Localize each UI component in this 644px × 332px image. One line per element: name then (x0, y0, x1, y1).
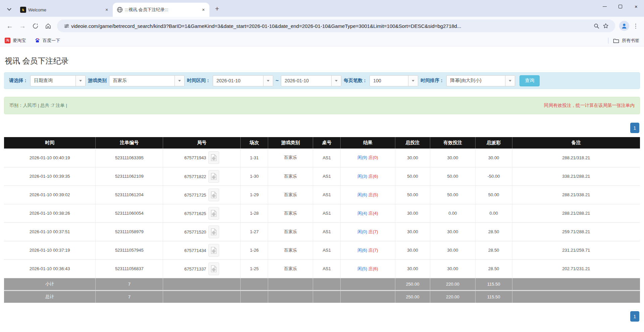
cell-bet-id: 523111057945 (96, 241, 163, 259)
tab-close-icon[interactable]: × (200, 6, 207, 13)
reload-button[interactable] (29, 19, 42, 32)
video-replay-button[interactable] (208, 189, 219, 201)
bookmarks-divider (608, 38, 608, 44)
footer-total-bet: 250.00 (395, 278, 430, 290)
new-tab-button[interactable]: + (212, 4, 222, 14)
cell-total-bet[interactable]: 30.00 (395, 204, 430, 222)
url-text[interactable]: videoie.com/game/betrecord_search/kind3?… (71, 23, 592, 29)
footer-round (163, 278, 241, 290)
cell-payout: 28.50 (475, 259, 512, 278)
profile-avatar[interactable] (619, 21, 629, 31)
cell-round: 675771625 (163, 204, 241, 222)
cell-valid-bet: 50.00 (430, 167, 476, 185)
pagination-top: 1 (5, 123, 639, 133)
zoom-icon[interactable] (592, 21, 601, 31)
site-settings-icon[interactable] (62, 21, 71, 31)
tab-title: :::视讯 会员下注纪录::: (125, 7, 198, 13)
footer-table (313, 278, 340, 290)
bookmark-star-icon[interactable] (601, 21, 610, 31)
cell-result: 闲(4) 庄(4) (340, 204, 395, 222)
browser-menu-button[interactable]: ⋮ (631, 23, 641, 30)
cell-total-bet[interactable]: 30.00 (395, 259, 430, 278)
dropdown-arrow-icon[interactable] (408, 76, 418, 86)
tab-welcome[interactable]: ♞ Welcome × (16, 3, 113, 17)
home-button[interactable] (42, 19, 54, 32)
per-page-select[interactable]: 100 (369, 75, 418, 86)
cell-total-bet[interactable]: 50.00 (395, 185, 430, 204)
footer-game (268, 278, 313, 290)
video-replay-button[interactable] (208, 225, 219, 238)
date-start-select[interactable]: 2026-01-10 (213, 75, 273, 86)
query-button[interactable]: 查询 (519, 75, 540, 86)
dropdown-arrow-icon[interactable] (331, 76, 341, 86)
cell-valid-bet: 30.00 (430, 149, 476, 167)
close-window-button[interactable]: × (628, 0, 644, 13)
cell-result: 闲(6) 庄(5) (340, 185, 395, 204)
cell-payout: 30.00 (475, 149, 512, 167)
bookmark-baidu[interactable]: 百度一下 (35, 38, 60, 44)
dropdown-arrow-icon[interactable] (76, 76, 85, 86)
result-player: 闲(6) (357, 192, 367, 197)
per-page-label: 每页笔数： (344, 78, 367, 84)
cell-session: 1-31 (241, 149, 268, 167)
reload-icon (32, 23, 39, 29)
dropdown-arrow-icon[interactable] (505, 76, 515, 86)
cell-session: 1-30 (241, 167, 268, 185)
subtotal-row: 小计7250.00220.00115.50 (4, 278, 640, 290)
cell-total-bet[interactable]: 30.00 (395, 222, 430, 241)
tab-close-icon[interactable]: × (103, 6, 110, 13)
column-header: 时间 (4, 137, 96, 149)
cell-note: 202.71/231.21 (512, 259, 640, 278)
dropdown-arrow-icon[interactable] (263, 76, 273, 86)
back-button[interactable]: ← (3, 19, 16, 32)
result-banker: 庄(7) (368, 229, 378, 234)
tab-bet-record[interactable]: :::视讯 会员下注纪录::: × (113, 3, 209, 17)
date-start-value: 2026-01-10 (213, 76, 263, 86)
footer-result (340, 290, 395, 303)
page-content: 视讯 会员下注纪录 请选择： 日期查询 游戏类别 百家乐 时间区间： 2026-… (0, 56, 644, 322)
round-number: 675771337 (184, 266, 206, 271)
video-replay-button[interactable] (208, 244, 219, 257)
cell-note: 231.21/259.71 (512, 241, 640, 259)
video-replay-button[interactable] (208, 170, 219, 183)
bookmarks-bar: 淘 爱淘宝 百度一下 所有书签 (0, 35, 644, 46)
column-header: 场次 (241, 137, 268, 149)
cell-table-no: AS1 (313, 149, 340, 167)
cell-valid-bet: 50.00 (430, 185, 476, 204)
video-replay-button[interactable] (208, 262, 219, 275)
cell-valid-bet: 30.00 (430, 259, 476, 278)
tab-search-button[interactable] (4, 4, 14, 14)
game-kind-select[interactable]: 百家乐 (109, 75, 185, 86)
bookmark-taobao[interactable]: 淘 爱淘宝 (5, 38, 26, 44)
page-1-button[interactable]: 1 (630, 123, 639, 133)
minimize-button[interactable] (597, 0, 612, 13)
result-banker: 庄(6) (368, 174, 378, 179)
cell-total-bet[interactable]: 30.00 (395, 241, 430, 259)
cell-table-no: AS1 (313, 259, 340, 278)
date-end-select[interactable]: 2026-01-10 (281, 75, 341, 86)
window-controls: × (597, 0, 644, 13)
cell-game-kind: 百家乐 (268, 167, 313, 185)
address-bar[interactable]: videoie.com/game/betrecord_search/kind3?… (57, 19, 615, 32)
cell-result: 闲(6) 庄(7) (340, 241, 395, 259)
table-header-row: 时间注单编号局号场次游戏类别桌号结果总投注有效投注总派彩备注 (4, 137, 640, 149)
forward-button[interactable]: → (16, 19, 29, 32)
dropdown-arrow-icon[interactable] (175, 76, 184, 86)
maximize-button[interactable] (612, 0, 628, 13)
baidu-paw-icon (35, 38, 40, 43)
video-replay-button[interactable] (208, 151, 219, 164)
cell-result: 闲(0) 庄(7) (340, 222, 395, 241)
sort-select[interactable]: 降幂(由大到小) (446, 75, 515, 86)
cell-round: 675771520 (163, 222, 241, 241)
search-mode-select[interactable]: 日期查询 (30, 75, 86, 86)
video-replay-button[interactable] (208, 207, 219, 220)
page-1-button[interactable]: 1 (630, 311, 639, 322)
all-bookmarks-button[interactable]: 所有书签 (613, 38, 639, 44)
person-icon (621, 23, 628, 29)
column-header: 备注 (512, 137, 640, 149)
cell-total-bet[interactable]: 50.00 (395, 167, 430, 185)
browser-toolbar: ← → videoie.com/game/betrecord_search/ki… (0, 17, 644, 35)
summary-bar: 币别：人民币 | 总共 :7 注单 | 同局有效投注，统一计算在该局第一张注单内 (4, 97, 640, 114)
cell-result: 闲(3) 庄(6) (340, 167, 395, 185)
cell-total-bet[interactable]: 30.00 (395, 149, 430, 167)
